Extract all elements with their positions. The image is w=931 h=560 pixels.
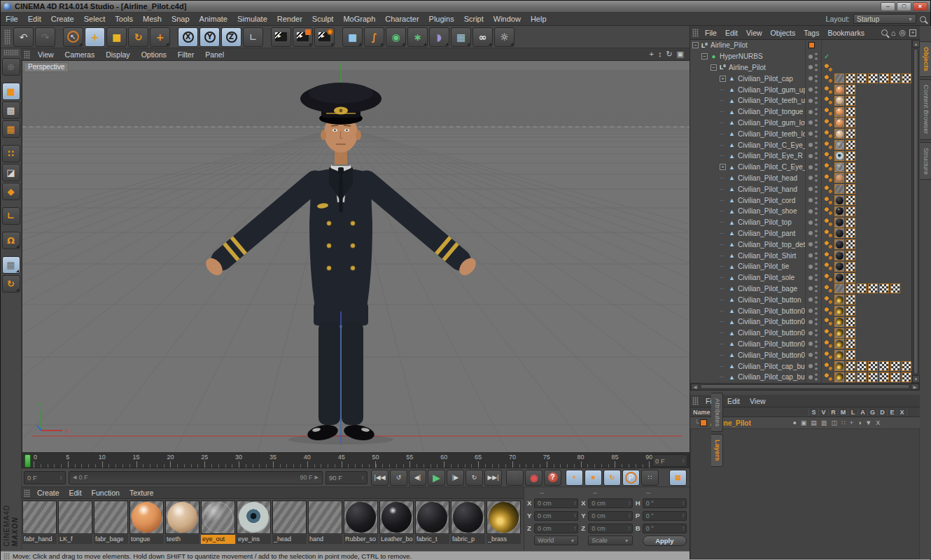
- visibility-dot[interactable]: [808, 276, 813, 280]
- phong-tag[interactable]: [824, 141, 833, 150]
- visibility-dot[interactable]: [808, 286, 813, 290]
- visibility-dots[interactable]: [815, 351, 818, 359]
- tab-structure[interactable]: Structure: [920, 142, 931, 181]
- menu-item-edit[interactable]: Edit: [23, 15, 46, 23]
- material-tag[interactable]: [834, 361, 844, 371]
- visibility-toggles[interactable]: [805, 272, 822, 284]
- menu-item-edit[interactable]: Edit: [721, 29, 742, 37]
- object-row[interactable]: ─▲Civilian_Pilot_hand: [690, 183, 911, 195]
- stepper-icon[interactable]: ↕: [628, 525, 631, 531]
- menu-item-mograph[interactable]: MoGraph: [338, 15, 380, 23]
- phong-tag[interactable]: [824, 151, 833, 160]
- play-button[interactable]: ▶: [428, 470, 445, 486]
- visibility-toggles[interactable]: [805, 239, 822, 250]
- phong-tag[interactable]: [824, 284, 833, 293]
- menu-item-edit[interactable]: Edit: [64, 489, 87, 497]
- material-tag[interactable]: [834, 173, 844, 183]
- object-row[interactable]: ─▲Civilian_Pilot_button004: [690, 328, 911, 339]
- visibility-toggles[interactable]: [805, 73, 822, 84]
- material-tag[interactable]: [834, 339, 844, 349]
- maximize-button[interactable]: □: [897, 2, 911, 11]
- ruler-frame-spinner[interactable]: 0 F ↕: [652, 454, 687, 467]
- solo-toggle-icon[interactable]: ●: [792, 419, 796, 426]
- phong-tag[interactable]: [824, 251, 833, 260]
- uvw-tag[interactable]: [879, 284, 889, 293]
- scale-select[interactable]: Scale▼: [588, 536, 632, 545]
- visibility-dot[interactable]: [808, 120, 813, 125]
- view-rotate-icon[interactable]: ↻: [666, 50, 672, 59]
- menu-item-help[interactable]: Help: [526, 15, 552, 23]
- workplane-rotate-button[interactable]: ↻: [2, 275, 20, 293]
- visibility-toggles[interactable]: [805, 372, 822, 383]
- new-panel-icon[interactable]: +: [909, 29, 916, 36]
- visibility-dots[interactable]: [815, 285, 818, 293]
- column-header-m[interactable]: M: [839, 409, 848, 416]
- visibility-dot[interactable]: [808, 187, 813, 191]
- field-input[interactable]: 0 cm↕: [588, 511, 632, 521]
- add-deformer-button[interactable]: ◗: [429, 27, 449, 47]
- material-tag[interactable]: [834, 372, 844, 382]
- phong-tag[interactable]: [824, 307, 833, 316]
- object-row[interactable]: ─▲Civilian_Pilot_tie: [690, 261, 911, 272]
- keyframe-selection-button[interactable]: ▤: [669, 470, 687, 486]
- phong-tag[interactable]: [824, 218, 833, 227]
- object-row[interactable]: ─▲Civilian_Pilot_teeth_upper: [690, 95, 911, 106]
- visibility-dots[interactable]: [815, 252, 818, 260]
- visibility-toggles[interactable]: [805, 195, 822, 206]
- visibility-dots[interactable]: [815, 97, 818, 104]
- visibility-dots[interactable]: [815, 241, 818, 248]
- material-tag[interactable]: [834, 184, 844, 194]
- material-tag[interactable]: [834, 262, 844, 272]
- visibility-toggles[interactable]: [805, 339, 822, 350]
- visibility-dot[interactable]: [808, 242, 813, 246]
- uvw-tag[interactable]: [857, 372, 867, 382]
- menu-item-create[interactable]: Create: [32, 489, 64, 497]
- object-row[interactable]: ─▲Civilian_Pilot_shoe: [690, 206, 911, 217]
- object-row[interactable]: ─▲Civilian_Pilot_top_detail: [690, 239, 911, 250]
- uvw-tag[interactable]: [857, 74, 867, 83]
- lock-y-axis-button[interactable]: Y: [200, 27, 220, 47]
- object-row[interactable]: ─▲Civilian_Pilot_tongue: [690, 106, 911, 118]
- stepper-icon[interactable]: ↕: [682, 500, 685, 506]
- object-row[interactable]: ─▲Civilian_Pilot_gum_lower: [690, 118, 911, 129]
- phong-tag[interactable]: [824, 372, 833, 382]
- visibility-dots[interactable]: [815, 274, 818, 281]
- visibility-dots[interactable]: [815, 152, 818, 160]
- object-row[interactable]: ─▲Civilian_Pilot_pant: [690, 228, 911, 239]
- material-tag[interactable]: [834, 140, 844, 150]
- layer-color-chip[interactable]: [808, 42, 815, 48]
- material-leather-bo[interactable]: Leather_bo: [379, 500, 415, 544]
- close-button[interactable]: ×: [913, 2, 927, 11]
- visibility-dots[interactable]: [815, 329, 818, 337]
- uvw-tag[interactable]: [846, 218, 855, 227]
- visibility-toggles[interactable]: [805, 261, 822, 272]
- uvw-tag[interactable]: [868, 361, 878, 371]
- menu-item-options[interactable]: Options: [136, 50, 172, 59]
- end-frame-spinner[interactable]: 90 F ↕: [326, 471, 368, 484]
- material-tag[interactable]: [834, 151, 844, 161]
- column-header-d[interactable]: D: [878, 409, 888, 416]
- visibility-dots[interactable]: [815, 363, 818, 370]
- view-toggle-icon[interactable]: ▣: [677, 50, 684, 59]
- phong-tag[interactable]: [824, 206, 833, 216]
- object-row[interactable]: ─▲Civilian_Pilot_C_Eye_R: [690, 139, 911, 150]
- uvw-tag[interactable]: [846, 328, 855, 338]
- visibility-toggles[interactable]: [805, 217, 822, 228]
- xref-toggle-icon[interactable]: X: [876, 419, 880, 426]
- object-row[interactable]: ─▲Civilian_Pilot_button003: [690, 349, 911, 360]
- visibility-dot[interactable]: [808, 298, 813, 302]
- visibility-dots[interactable]: [815, 186, 818, 193]
- goto-start-button[interactable]: |◀◀: [371, 470, 388, 486]
- record-keyframe-button[interactable]: ◌: [506, 470, 524, 486]
- uvw-tag[interactable]: [846, 118, 855, 127]
- redo-button[interactable]: ↷: [35, 27, 55, 47]
- add-generator-button[interactable]: ◉: [386, 27, 406, 47]
- column-header-x[interactable]: X: [897, 409, 907, 416]
- visibility-dots[interactable]: [815, 174, 818, 182]
- material-tag[interactable]: [834, 273, 844, 283]
- stepper-icon[interactable]: ↕: [682, 525, 685, 531]
- material-tag[interactable]: [834, 350, 844, 360]
- menu-item-view[interactable]: View: [742, 29, 766, 37]
- lock-z-axis-button[interactable]: Z: [221, 27, 241, 47]
- key-parameter-button[interactable]: P: [622, 470, 640, 486]
